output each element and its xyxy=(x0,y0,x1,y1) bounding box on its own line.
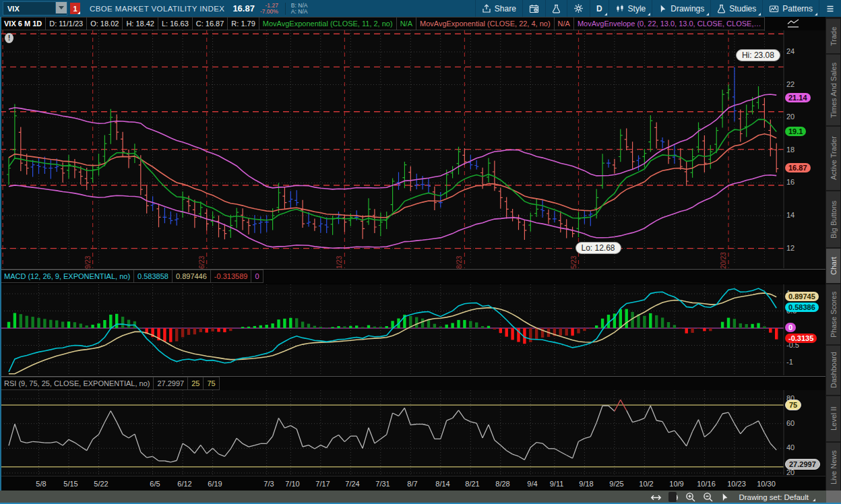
macd-study-label[interactable]: MACD (12, 26, 9, EXPONENTIAL, no) xyxy=(0,270,134,283)
macd-pane[interactable]: 10.5-0.5-10.897450.583860-0.3135 xyxy=(0,284,826,375)
macd-avg: 0.897446 xyxy=(173,270,211,283)
rsi-overbought: 75 xyxy=(204,377,219,390)
ask-value: A: N/A xyxy=(291,9,308,15)
study-value-ema11: N/A xyxy=(397,17,416,30)
settings-button[interactable] xyxy=(567,0,590,17)
hi-tooltip: Hi: 23.08 xyxy=(736,49,780,61)
studies-button[interactable]: Studies xyxy=(710,0,762,17)
ohlc-high: H: 18.42 xyxy=(123,17,158,30)
timeframe-button[interactable]: D xyxy=(590,0,609,17)
symbol-value: VIX xyxy=(7,5,20,13)
price-axis-tick: 14 xyxy=(786,211,795,219)
tab-live-news[interactable]: Live News xyxy=(826,443,840,492)
tab-times-and-sales[interactable]: Times And Sales xyxy=(826,55,840,125)
symbol-dropdown-icon[interactable] xyxy=(55,2,67,13)
rsi-header-row: RSI (9, 75, 25, CLOSE, EXPONENTIAL, no) … xyxy=(0,376,826,390)
price-axis-tick: 20 xyxy=(786,113,795,121)
date-axis-label: 7/3 xyxy=(257,480,280,488)
macd-zero: 0 xyxy=(251,270,263,283)
tab-dashboard[interactable]: Dashboard xyxy=(826,346,840,395)
gear-icon xyxy=(573,3,584,13)
date-axis-label: 7/31 xyxy=(371,480,394,488)
price-axis-bubble: 19.1 xyxy=(785,127,806,136)
menu-icon xyxy=(826,4,835,13)
zoom-in-icon[interactable] xyxy=(685,492,696,503)
tab-phase-scores[interactable]: Phase Scores xyxy=(826,284,840,344)
chart-menu-button[interactable] xyxy=(819,0,841,17)
chart-style-icon xyxy=(615,4,625,13)
rsi-axis-bubble: 75 xyxy=(785,400,801,410)
macd-header-row: MACD (12, 26, 9, EXPONENTIAL, no) 0.5838… xyxy=(0,269,826,284)
dropdown-corner-icon xyxy=(604,13,607,15)
tab-active-trader[interactable]: Active Trader xyxy=(826,127,840,190)
panel-collapse-button[interactable] xyxy=(668,492,677,502)
drawing-set-button[interactable]: Drawing set: Default xyxy=(736,493,818,501)
price-axis-tick: 12 xyxy=(786,244,795,252)
chart-alert-icon[interactable]: ! xyxy=(5,33,13,43)
share-button[interactable]: Share xyxy=(475,0,522,17)
price-axis-tick: 16 xyxy=(786,178,795,186)
window-left-edge xyxy=(0,17,1,491)
alert-badge[interactable]: 1 xyxy=(70,3,80,14)
flask-icon xyxy=(717,4,726,13)
tab-chart[interactable]: Chart xyxy=(826,249,840,283)
date-axis-label: 9/4 xyxy=(521,480,544,488)
main-price-pane[interactable]: 2422201816141221.1419.116.875/19/236/16/… xyxy=(0,30,826,268)
study-label-ema22[interactable]: MovAvgExponential (CLOSE, 22, 4, no) xyxy=(416,17,555,30)
rsi-axis-bubble: 27.2997 xyxy=(785,459,820,470)
date-axis-label: 5/15 xyxy=(59,480,82,488)
ohlc-range: R: 1.79 xyxy=(228,17,259,30)
flask-icon xyxy=(552,4,561,13)
price-axis-tick: 22 xyxy=(786,80,795,88)
tab-trade[interactable]: Trade xyxy=(826,19,840,53)
dropdown-corner-icon xyxy=(648,13,650,15)
macd-axis-bubble: 0 xyxy=(785,323,796,332)
dropdown-corner-icon xyxy=(758,13,761,15)
study-value-ema22: N/A xyxy=(555,17,574,30)
date-axis-label: 9/11 xyxy=(545,480,568,488)
badge-corner-icon xyxy=(77,11,80,14)
style-button[interactable]: Style xyxy=(609,0,652,17)
right-tab-strip: TradeTimes And SalesActive TraderBig But… xyxy=(826,17,841,491)
date-axis-label: 8/14 xyxy=(431,480,454,488)
drawings-button[interactable]: Drawings xyxy=(652,0,710,17)
economic-calendar-button[interactable] xyxy=(522,0,545,17)
macd-axis-bubble: -0.3135 xyxy=(785,334,817,343)
statusbar-corner xyxy=(826,491,841,504)
date-axis-label: 7/10 xyxy=(281,480,304,488)
date-axis-label: 6/5 xyxy=(144,480,166,488)
lo-tooltip: Lo: 12.68 xyxy=(575,242,621,254)
date-axis-label: 10/23 xyxy=(725,480,748,488)
dropdown-corner-icon xyxy=(706,13,709,15)
scroll-arrows-icon[interactable] xyxy=(650,493,662,502)
date-axis-label: 6/19 xyxy=(204,480,226,488)
bid-ask: B: N/A A: N/A xyxy=(285,3,308,15)
price-axis-bubble: 21.14 xyxy=(785,93,811,102)
top-toolbar: VIX 1 CBOE MARKET VOLATILITY INDEX 16.87… xyxy=(0,0,841,17)
chart-header-row: VIX 6 M 1D D: 11/1/23 O: 18.02 H: 18.42 … xyxy=(0,17,826,31)
study-label-envelope[interactable]: MovAvgEnvelope (0, 22, 13.0, 13.0, CLOSE… xyxy=(574,17,766,30)
rsi-study-label[interactable]: RSI (9, 75, 25, CLOSE, EXPONENTIAL, no) xyxy=(0,377,154,390)
patterns-button[interactable]: Patterns xyxy=(762,0,819,17)
status-bar: Drawing set: Default xyxy=(0,491,841,504)
zoom-out-icon[interactable] xyxy=(703,492,714,503)
rsi-axis-tick: 60 xyxy=(786,419,795,427)
macd-axis-bubble: 0.58386 xyxy=(785,303,819,312)
rsi-axis-tick: 40 xyxy=(786,443,795,451)
date-axis-label: 5/22 xyxy=(90,480,113,488)
date-axis-label: 10/16 xyxy=(695,480,718,488)
time-axis[interactable]: 5/85/155/226/56/126/197/37/107/177/247/3… xyxy=(0,476,826,491)
rsi-pane[interactable]: 806040207527.2997 xyxy=(0,390,826,475)
date-axis-label: 7/24 xyxy=(341,480,364,488)
ohlc-date: D: 11/1/23 xyxy=(46,17,87,30)
date-axis-label: 8/7 xyxy=(401,480,424,488)
tab-big-buttons[interactable]: Big Buttons xyxy=(826,191,840,247)
axis-settings-icon[interactable] xyxy=(787,19,801,29)
study-label-ema11[interactable]: MovAvgExponential (CLOSE, 11, 2, no) xyxy=(259,17,397,30)
patterns-icon xyxy=(769,4,779,13)
calendar-clock-icon xyxy=(529,4,539,13)
tab-level-ii[interactable]: Level II xyxy=(826,396,840,441)
symbol-input[interactable]: VIX xyxy=(3,1,67,15)
cursor-tool-icon[interactable] xyxy=(720,493,729,502)
analyze-button[interactable] xyxy=(545,0,567,17)
